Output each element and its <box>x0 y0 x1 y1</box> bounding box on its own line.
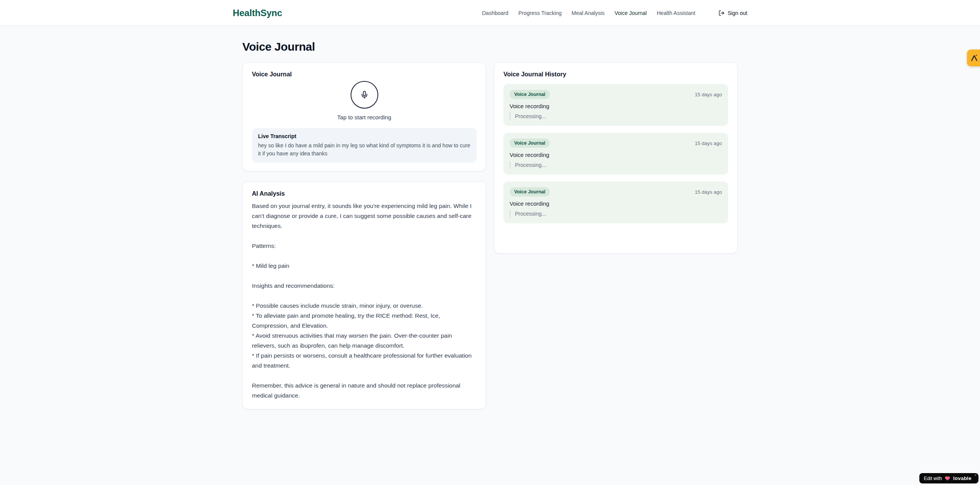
ai-analysis-card: AI Analysis Based on your journal entry,… <box>242 181 486 409</box>
microphone-icon <box>360 91 369 99</box>
sign-out-button[interactable]: Sign out <box>718 10 747 16</box>
close-icon[interactable]: × <box>974 473 977 477</box>
page-title: Voice Journal <box>242 40 738 54</box>
lovable-heart-icon <box>945 475 950 481</box>
entry-timestamp: 15 days ago <box>695 140 722 146</box>
record-button[interactable] <box>351 81 378 109</box>
history-entry[interactable]: Voice Journal 15 days ago Voice recordin… <box>503 133 728 175</box>
entry-status: Processing... <box>510 112 722 120</box>
entry-timestamp: 15 days ago <box>695 92 722 97</box>
entry-title: Voice recording <box>510 103 722 109</box>
entry-type-badge: Voice Journal <box>510 187 550 196</box>
entry-header: Voice Journal 15 days ago <box>510 139 722 148</box>
entry-type-badge: Voice Journal <box>510 90 550 99</box>
content-grid: Voice Journal Tap to start recording Liv… <box>242 62 738 409</box>
nav-item-progress-tracking[interactable]: Progress Tracking <box>518 10 562 16</box>
lovable-brand-label: lovable <box>953 475 972 481</box>
entry-status: Processing... <box>510 210 722 218</box>
sign-out-label: Sign out <box>728 10 747 16</box>
history-entries-list: Voice Journal 15 days ago Voice recordin… <box>503 84 728 223</box>
mic-section: Tap to start recording <box>252 81 477 120</box>
entry-header: Voice Journal 15 days ago <box>510 187 722 196</box>
nav-item-voice-journal[interactable]: Voice Journal <box>614 10 647 16</box>
ai-analysis-title: AI Analysis <box>252 190 477 197</box>
entry-title: Voice recording <box>510 200 722 207</box>
brand-logo[interactable]: HealthSync <box>233 8 282 18</box>
nav-item-meal-analysis[interactable]: Meal Analysis <box>572 10 605 16</box>
nav-item-health-assistant[interactable]: Health Assistant <box>657 10 695 16</box>
edit-with-label: Edit with <box>924 476 942 481</box>
entry-header: Voice Journal 15 days ago <box>510 90 722 99</box>
live-transcript-box: Live Transcript hey so like I do have a … <box>252 128 477 163</box>
nav-item-dashboard[interactable]: Dashboard <box>482 10 508 16</box>
left-column: Voice Journal Tap to start recording Liv… <box>242 62 486 409</box>
voice-journal-history-card: Voice Journal History Voice Journal 15 d… <box>494 62 738 254</box>
right-column: Voice Journal History Voice Journal 15 d… <box>494 62 738 254</box>
lovable-logo-icon <box>970 54 978 62</box>
header-inner: HealthSync Dashboard Progress Tracking M… <box>233 8 747 18</box>
tap-hint-text: Tap to start recording <box>252 114 477 120</box>
history-entry[interactable]: Voice Journal 15 days ago Voice recordin… <box>503 181 728 223</box>
entry-title: Voice recording <box>510 152 722 158</box>
live-transcript-text: hey so like I do have a mild pain in my … <box>258 142 470 158</box>
entry-timestamp: 15 days ago <box>695 189 722 195</box>
history-entry[interactable]: Voice Journal 15 days ago Voice recordin… <box>503 84 728 126</box>
voice-recorder-card: Voice Journal Tap to start recording Liv… <box>242 62 486 172</box>
page-content: Voice Journal Voice Journal Tap to start… <box>242 26 738 409</box>
entry-status: Processing... <box>510 161 722 169</box>
live-transcript-title: Live Transcript <box>258 133 470 139</box>
ai-analysis-text: Based on your journal entry, it sounds l… <box>252 201 477 401</box>
log-out-icon <box>718 10 725 16</box>
recorder-card-title: Voice Journal <box>252 71 477 78</box>
entry-type-badge: Voice Journal <box>510 139 550 148</box>
app-header: HealthSync Dashboard Progress Tracking M… <box>0 0 980 26</box>
edit-with-lovable-badge[interactable]: Edit with lovable × <box>919 473 978 483</box>
side-tab-badge[interactable] <box>967 49 980 66</box>
main-nav: Dashboard Progress Tracking Meal Analysi… <box>482 10 747 16</box>
history-card-title: Voice Journal History <box>503 71 728 78</box>
